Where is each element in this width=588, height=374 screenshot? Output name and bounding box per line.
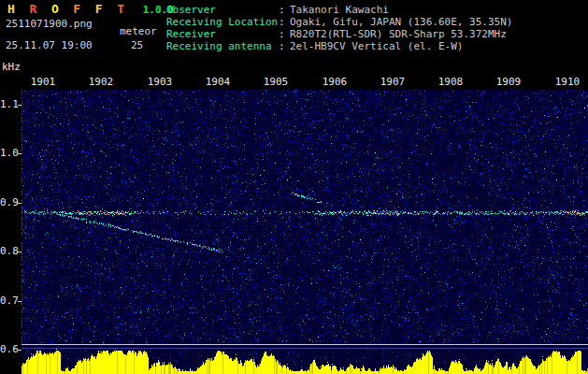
x-tick-label: 1906 <box>320 77 350 88</box>
meta-colon: : <box>279 29 290 40</box>
app-title-letter: R <box>29 4 36 15</box>
meta-colon: : <box>279 17 290 28</box>
x-tick-label: 1909 <box>494 77 523 88</box>
hrofft-spectrogram-screenshot: H R O F F T 1.0.0 2511071900.png meteor … <box>0 0 588 374</box>
y-tick-label: 0.6 <box>0 344 17 355</box>
meta-label: Observer <box>166 5 279 16</box>
y-axis-unit-label: kHz <box>2 62 21 73</box>
x-tick-label: 1904 <box>203 77 233 88</box>
x-tick-label: 1910 <box>552 77 582 88</box>
x-tick-label: 1901 <box>28 77 58 88</box>
meta-value: R820T2(RTL-SDR) SDR-Sharp 53.372MHz <box>290 28 507 40</box>
meta-colon: : <box>279 5 290 16</box>
meta-label: Receiver <box>166 29 279 40</box>
x-tick-label: 1908 <box>436 77 466 88</box>
x-tick-label: 1905 <box>261 77 291 88</box>
meta-value: Ogaki, Gifu, JAPAN (136.60E, 35.35N) <box>290 16 512 28</box>
y-tick-label: 0.8 <box>0 246 17 257</box>
echo-count: 25 <box>131 40 143 51</box>
output-filename: 2511071900.png <box>6 19 93 30</box>
meta-row-receiver: Receiver:R820T2(RTL-SDR) SDR-Sharp 53.37… <box>166 29 507 40</box>
app-title-letter: O <box>51 4 59 15</box>
meta-value: Takanori Kawachi <box>290 4 389 16</box>
app-title-letter: F <box>73 4 80 15</box>
meta-row-observer: Observer:Takanori Kawachi <box>166 5 389 16</box>
app-title: H R O F F T 1.0.0 <box>7 4 174 16</box>
y-tick-label: 1.1 <box>0 99 17 110</box>
meta-row-antenna: Receiving antenna:2el-HB9CV Vertical (el… <box>166 41 463 52</box>
mode-label: meteor <box>120 26 157 37</box>
observation-datetime: 25.11.07 19:00 <box>6 40 93 51</box>
y-tick-label: 1.0 <box>0 148 17 159</box>
app-title-letter: H <box>7 4 15 15</box>
y-tick-label: 0.9 <box>0 197 17 209</box>
meta-label: Receiving Location <box>166 17 279 28</box>
meta-value: 2el-HB9CV Vertical (el. E-W) <box>290 40 463 52</box>
app-title-letter: F <box>95 4 103 15</box>
x-tick-label: 1903 <box>145 77 175 88</box>
app-title-letter: T <box>117 4 124 15</box>
x-tick-label: 1907 <box>378 77 408 88</box>
meta-label: Receiving antenna <box>166 41 279 52</box>
x-tick-label: 1902 <box>86 77 116 88</box>
meta-row-location: Receiving Location:Ogaki, Gifu, JAPAN (1… <box>166 17 512 28</box>
meta-colon: : <box>279 41 290 52</box>
spectrogram-canvas <box>22 90 588 374</box>
y-tick-label: 0.7 <box>0 295 17 307</box>
